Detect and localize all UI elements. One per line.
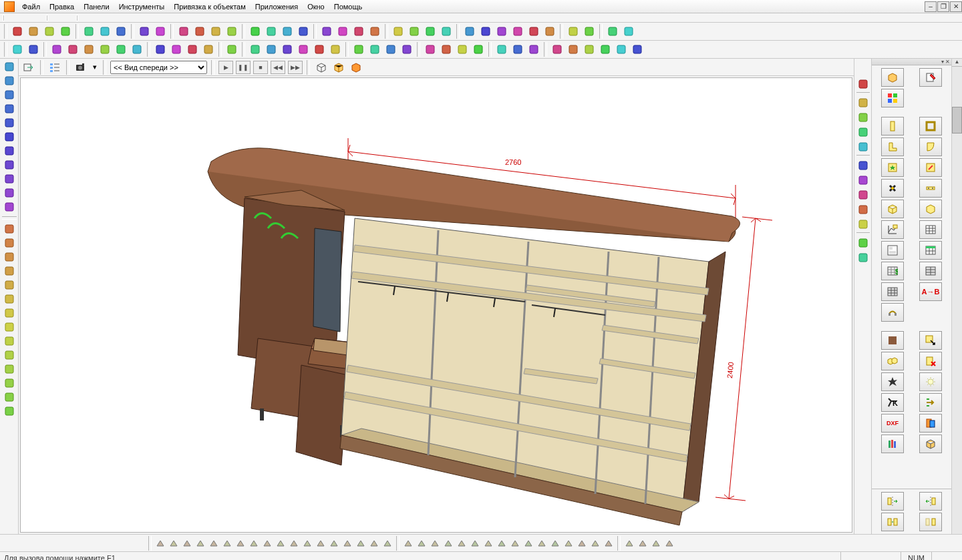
s12-icon[interactable] bbox=[301, 537, 313, 549]
hole-icon[interactable] bbox=[399, 42, 414, 57]
rp-dir-icon[interactable] bbox=[919, 393, 942, 412]
rotate-icon[interactable] bbox=[264, 24, 279, 39]
face-icon[interactable] bbox=[201, 42, 216, 57]
undo-icon[interactable] bbox=[137, 24, 152, 39]
stack-icon[interactable] bbox=[383, 42, 398, 57]
drill-icon[interactable] bbox=[423, 42, 438, 57]
s38-icon[interactable] bbox=[663, 537, 675, 549]
s10-icon[interactable] bbox=[275, 537, 287, 549]
target-icon[interactable] bbox=[856, 188, 870, 202]
dim5-icon[interactable] bbox=[1, 278, 17, 292]
rp-panel-curve-icon[interactable] bbox=[919, 137, 942, 156]
stop-icon[interactable] bbox=[582, 24, 597, 39]
box4-icon[interactable] bbox=[98, 42, 112, 57]
group-icon[interactable] bbox=[319, 24, 334, 39]
sun-icon[interactable] bbox=[566, 24, 581, 39]
s22-icon[interactable] bbox=[442, 537, 454, 549]
s31-icon[interactable] bbox=[563, 537, 575, 549]
rp-ab-icon[interactable]: A→B bbox=[919, 282, 942, 301]
s29-icon[interactable] bbox=[536, 537, 548, 549]
copy-icon[interactable] bbox=[98, 24, 112, 39]
s1-icon[interactable] bbox=[154, 537, 166, 549]
snap-icon[interactable] bbox=[478, 24, 493, 39]
rp-export-icon[interactable] bbox=[919, 414, 942, 433]
text-icon[interactable] bbox=[1, 130, 17, 144]
rp-box3d-icon[interactable] bbox=[919, 435, 942, 453]
s26-icon[interactable] bbox=[496, 537, 508, 549]
two-icon[interactable] bbox=[856, 251, 870, 264]
s35-icon[interactable] bbox=[623, 537, 635, 549]
camera-dd-icon[interactable]: ▾ bbox=[91, 60, 99, 75]
array-icon[interactable] bbox=[367, 42, 382, 57]
grid-icon[interactable] bbox=[462, 24, 477, 39]
restore-button[interactable]: ❐ bbox=[937, 1, 949, 12]
s27-icon[interactable] bbox=[509, 537, 521, 549]
box2-icon[interactable] bbox=[65, 42, 80, 57]
box5-icon[interactable] bbox=[114, 42, 128, 57]
pencil-icon[interactable] bbox=[224, 42, 239, 57]
dim10-icon[interactable] bbox=[1, 348, 17, 362]
close-button[interactable]: ✕ bbox=[950, 1, 962, 12]
menu-tools[interactable]: Инструменты bbox=[114, 1, 170, 12]
s5-icon[interactable] bbox=[208, 537, 220, 549]
rp-books-icon[interactable] bbox=[881, 435, 904, 453]
arc-icon[interactable] bbox=[1, 88, 17, 101]
box6-icon[interactable] bbox=[130, 42, 144, 57]
s7-icon[interactable] bbox=[234, 537, 247, 549]
panel-close-icon[interactable]: ✕ bbox=[945, 59, 950, 65]
s37-icon[interactable] bbox=[650, 537, 662, 549]
open-icon[interactable] bbox=[26, 24, 41, 39]
dim9-icon[interactable] bbox=[1, 334, 17, 348]
light-icon[interactable] bbox=[542, 24, 557, 39]
dim14-icon[interactable] bbox=[1, 404, 17, 418]
move-icon[interactable] bbox=[248, 24, 263, 39]
menu-snap[interactable]: Привязка к объектам bbox=[169, 1, 251, 12]
rect-icon[interactable] bbox=[1, 116, 17, 129]
rp-mirror-h-icon[interactable] bbox=[881, 492, 904, 511]
dim-h-icon[interactable] bbox=[248, 42, 263, 57]
rp-cursor-icon[interactable] bbox=[919, 331, 942, 350]
rp-panel-frame-icon[interactable] bbox=[919, 117, 942, 135]
scale-icon[interactable] bbox=[280, 24, 295, 39]
s15-icon[interactable] bbox=[341, 537, 353, 549]
stop-button[interactable]: ■ bbox=[253, 61, 268, 74]
rewind-button[interactable]: ◀◀ bbox=[271, 61, 285, 74]
menu-window[interactable]: Окно bbox=[303, 1, 329, 12]
dim-v-icon[interactable] bbox=[264, 42, 279, 57]
dim4-icon[interactable] bbox=[1, 264, 17, 278]
rp-dxf-icon[interactable]: DXF bbox=[881, 414, 904, 433]
one-icon[interactable] bbox=[856, 236, 870, 250]
curve-icon[interactable] bbox=[856, 111, 870, 124]
s4-icon[interactable] bbox=[194, 537, 206, 549]
tex5-icon[interactable] bbox=[526, 42, 541, 57]
mat4-icon[interactable] bbox=[598, 42, 613, 57]
zoom-icon[interactable] bbox=[10, 42, 25, 57]
layer-icon[interactable] bbox=[351, 24, 366, 39]
rp-sheet-icon[interactable] bbox=[919, 241, 942, 260]
dim1-icon[interactable] bbox=[1, 222, 17, 236]
s21-icon[interactable] bbox=[429, 537, 441, 549]
eye-icon[interactable] bbox=[856, 203, 870, 216]
rp-layout-icon[interactable] bbox=[881, 241, 904, 260]
list-icon[interactable] bbox=[47, 60, 62, 75]
menu-file[interactable]: Файл bbox=[17, 1, 45, 12]
minimize-button[interactable]: – bbox=[925, 1, 937, 12]
ungroup-icon[interactable] bbox=[335, 24, 350, 39]
box3-icon[interactable] bbox=[82, 42, 96, 57]
menu-panels[interactable]: Панели bbox=[79, 1, 114, 12]
rp-spec2-icon[interactable] bbox=[881, 282, 904, 301]
rp-table-icon[interactable] bbox=[919, 220, 942, 239]
tex2-icon[interactable] bbox=[471, 42, 486, 57]
pause-button[interactable]: ❚❚ bbox=[236, 61, 251, 74]
rp-panel-star-icon[interactable] bbox=[881, 158, 904, 177]
fit-icon[interactable] bbox=[423, 24, 438, 39]
dim7-icon[interactable] bbox=[1, 306, 17, 320]
s13-icon[interactable] bbox=[315, 537, 327, 549]
zoom-in-icon[interactable] bbox=[391, 24, 406, 39]
s20-icon[interactable] bbox=[416, 537, 428, 549]
line-icon[interactable] bbox=[856, 125, 870, 139]
right-scrollbar[interactable]: ▲ bbox=[951, 59, 962, 534]
view-dropdown[interactable]: << Вид спереди >> bbox=[110, 61, 207, 74]
push-icon[interactable] bbox=[296, 42, 311, 57]
rp-hardware-icon[interactable] bbox=[881, 179, 904, 198]
